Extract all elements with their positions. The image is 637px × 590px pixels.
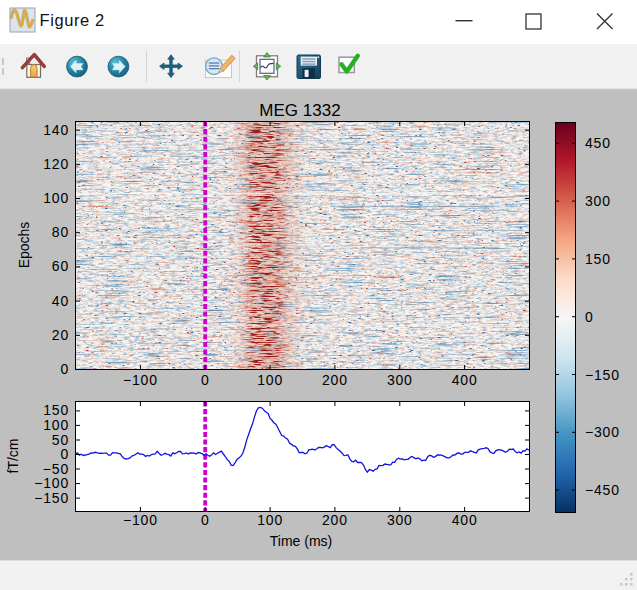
svg-text:300: 300 <box>387 372 413 388</box>
svg-text:0: 0 <box>201 512 210 528</box>
svg-text:−100: −100 <box>34 475 69 491</box>
svg-text:Time (ms): Time (ms) <box>270 533 332 549</box>
svg-text:20: 20 <box>52 327 69 343</box>
svg-text:400: 400 <box>452 512 478 528</box>
svg-text:100: 100 <box>257 512 283 528</box>
svg-text:−150: −150 <box>585 367 620 383</box>
svg-text:100: 100 <box>257 372 283 388</box>
svg-text:60: 60 <box>52 258 69 274</box>
svg-text:0: 0 <box>60 446 69 462</box>
svg-text:−100: −100 <box>123 372 158 388</box>
svg-text:Figure 2: Figure 2 <box>40 11 105 29</box>
svg-text:−100: −100 <box>123 512 158 528</box>
svg-text:300: 300 <box>585 193 611 209</box>
svg-text:50: 50 <box>52 432 69 448</box>
svg-text:−300: −300 <box>585 424 620 440</box>
svg-text:140: 140 <box>43 122 69 138</box>
svg-text:80: 80 <box>52 224 69 240</box>
svg-text:100: 100 <box>43 190 69 206</box>
svg-text:0: 0 <box>585 309 594 325</box>
svg-text:300: 300 <box>387 512 413 528</box>
svg-text:120: 120 <box>43 156 69 172</box>
svg-text:450: 450 <box>585 135 611 151</box>
svg-text:400: 400 <box>452 372 478 388</box>
svg-text:Epochs: Epochs <box>16 222 32 269</box>
svg-text:200: 200 <box>322 372 348 388</box>
svg-text:150: 150 <box>585 251 611 267</box>
svg-text:fT/cm: fT/cm <box>5 439 21 474</box>
svg-text:40: 40 <box>52 293 69 309</box>
svg-text:−450: −450 <box>585 482 620 498</box>
svg-text:MEG 1332: MEG 1332 <box>259 101 340 120</box>
svg-text:−150: −150 <box>34 490 69 506</box>
svg-text:0: 0 <box>60 361 69 377</box>
svg-text:150: 150 <box>43 402 69 418</box>
svg-text:100: 100 <box>43 417 69 433</box>
svg-text:−50: −50 <box>43 461 69 477</box>
svg-text:0: 0 <box>201 372 210 388</box>
svg-text:200: 200 <box>322 512 348 528</box>
